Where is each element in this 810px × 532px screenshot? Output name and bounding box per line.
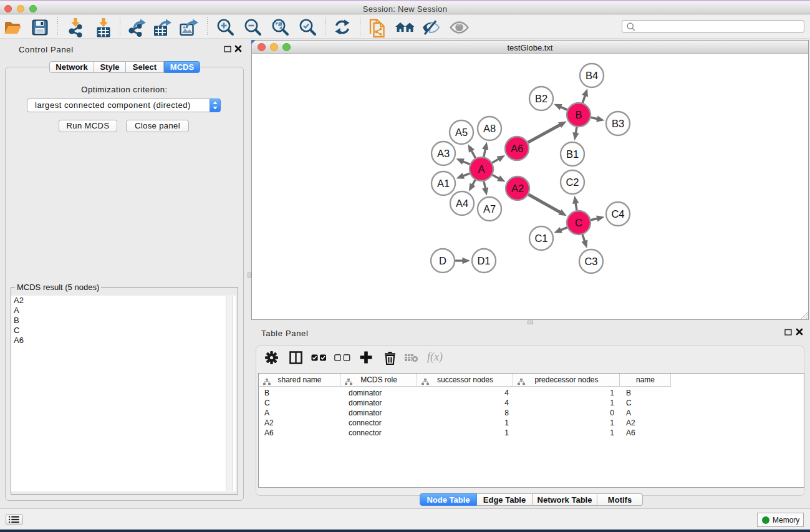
svg-text:A1: A1 [437, 178, 450, 189]
svg-text:B2: B2 [535, 93, 547, 104]
svg-text:B4: B4 [586, 70, 598, 81]
svg-text:A8: A8 [483, 123, 496, 134]
svg-text:C2: C2 [566, 177, 579, 188]
svg-text:B3: B3 [612, 118, 624, 129]
svg-text:C3: C3 [584, 256, 597, 267]
svg-text:A5: A5 [455, 127, 468, 138]
svg-text:B1: B1 [566, 148, 579, 160]
svg-text:B: B [575, 109, 582, 120]
svg-text:C4: C4 [611, 208, 624, 220]
svg-text:D: D [439, 255, 446, 266]
svg-text:A6: A6 [511, 143, 523, 154]
svg-text:A: A [478, 163, 485, 175]
svg-text:A2: A2 [511, 183, 524, 194]
svg-text:C1: C1 [534, 233, 547, 244]
svg-text:A4: A4 [456, 198, 468, 209]
svg-text:A7: A7 [483, 203, 496, 215]
svg-text:C: C [575, 217, 582, 228]
svg-text:D1: D1 [477, 255, 490, 266]
svg-text:A3: A3 [437, 148, 450, 159]
